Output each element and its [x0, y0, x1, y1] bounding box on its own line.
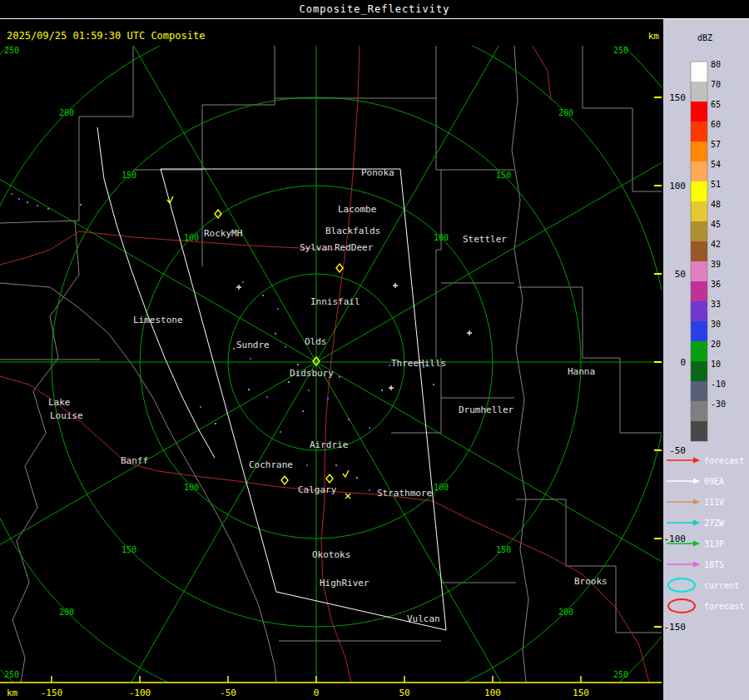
radar-echo: [200, 406, 201, 408]
radar-display: 2025/09/25 01:59:30 UTC Composite km dBZ…: [0, 0, 749, 700]
range-ring-label: 100: [184, 483, 199, 492]
y-axis-tick-label: -50: [669, 445, 686, 456]
radar-echo: [266, 396, 268, 398]
radar-echo: [11, 193, 12, 195]
storm-marker-check-icon: [343, 470, 349, 477]
colorbar-segment: [691, 301, 707, 321]
city-label: Sylvan: [300, 242, 333, 253]
radar-echo: [339, 376, 340, 378]
city-label: Brooks: [574, 576, 608, 587]
colorbar-segment: [691, 62, 707, 82]
city-label: Sundre: [236, 340, 270, 350]
colorbar-value: 42: [711, 240, 721, 249]
window-title: Composite_Reflectivity: [300, 3, 450, 15]
x-axis-tick-label: -50: [220, 688, 236, 698]
point-marker-plus-icon: [467, 330, 472, 335]
y-axis-tick-label: 50: [675, 269, 686, 280]
colorbar-segment: [691, 421, 707, 441]
colorbar-value: 51: [711, 180, 721, 189]
point-marker-plus-icon: [393, 283, 398, 288]
range-spoke: [75, 0, 316, 362]
colorbar-segment: [691, 122, 707, 141]
city-label: Airdrie: [310, 439, 348, 450]
radar-echo: [248, 389, 250, 390]
radar-echo: [27, 201, 28, 203]
colorbar-segment: [691, 381, 707, 401]
radar-echo: [327, 398, 329, 400]
legend-label: current: [704, 581, 739, 590]
range-ring-label: 150: [122, 545, 136, 554]
city-label: RedDeer: [335, 242, 374, 253]
legend-label: 31JP: [704, 539, 724, 549]
radar-echo: [215, 423, 216, 424]
range-ring-label: 150: [496, 171, 511, 180]
city-label: Innisfail: [310, 296, 360, 307]
colorbar-title: dBZ: [697, 33, 712, 42]
range-spoke: [0, 362, 316, 603]
city-label: Okotoks: [312, 549, 350, 560]
city-label: ThreeHills: [391, 358, 446, 369]
radar-echo: [277, 308, 279, 310]
y-axis-unit-label: km: [648, 31, 660, 42]
x-axis-tick-label: 100: [484, 688, 501, 698]
radar-domain-boundary: [97, 127, 446, 630]
radar-echo: [348, 419, 350, 420]
radar-echo: [433, 384, 434, 385]
legend-label: 27ZW: [704, 519, 725, 528]
range-ring-label: 200: [558, 608, 573, 617]
city-label: Didsbury: [290, 368, 334, 379]
colorbar-segment: [691, 201, 707, 221]
radar-echo: [37, 205, 38, 206]
legend-label: forecast: [704, 602, 744, 611]
city-label: Lacombe: [338, 204, 376, 215]
storm-marker-diamond-icon: [326, 474, 333, 483]
colorbar-segment: [691, 401, 707, 421]
colorbar-value: 30: [711, 320, 721, 329]
city-label: HighRiver: [320, 578, 370, 588]
colorbar-segment: [691, 181, 707, 201]
radar-echo: [288, 381, 290, 383]
radar-echo: [18, 198, 20, 200]
colorbar-value: -30: [711, 400, 726, 409]
radar-echo: [250, 358, 251, 360]
colorbar-value: 20: [711, 340, 721, 349]
range-ring-label: 250: [613, 46, 628, 55]
radar-application: { "title_bar": { "title": "Composite_Ref…: [0, 0, 749, 700]
storm-marker-diamond-icon: [336, 264, 343, 272]
x-axis-tick-label: -100: [129, 688, 151, 698]
x-axis-tick-label: -150: [41, 688, 63, 698]
colorbar-segment: [691, 221, 707, 241]
city-label: Calgary: [298, 484, 337, 495]
colorbar-value: 60: [711, 120, 721, 129]
y-axis-tick-label: -100: [664, 534, 687, 544]
title-bar: Composite_Reflectivity: [0, 0, 749, 19]
city-label: Olds: [305, 336, 327, 347]
range-spoke: [0, 121, 316, 362]
range-ring-label: 150: [496, 545, 511, 554]
radar-echo: [262, 295, 264, 296]
radar-echo: [308, 390, 310, 391]
colorbar-value: 36: [711, 280, 721, 289]
colorbar-value: 65: [711, 100, 721, 109]
city-label: Ponoka: [361, 167, 394, 178]
colorbar-segment: [691, 361, 707, 381]
colorbar-value: 80: [711, 60, 721, 69]
y-axis-tick-label: 0: [680, 357, 686, 368]
y-axis-tick-label: -150: [664, 622, 687, 633]
radar-echo: [306, 464, 308, 466]
colorbar-value: 39: [711, 260, 721, 269]
city-label: Strathmore: [377, 488, 432, 499]
range-ring-label: 250: [4, 46, 19, 55]
range-rings: [0, 0, 749, 700]
colorbar-segment: [691, 161, 707, 181]
radar-echo: [381, 390, 383, 391]
point-marker-plus-icon: [389, 385, 394, 390]
y-axis-tick-label: 150: [669, 92, 686, 103]
range-ring-label: 150: [122, 171, 136, 180]
city-label: Vulcan: [407, 613, 440, 624]
radar-echo: [297, 364, 299, 365]
y-axis-tick-label: 100: [669, 181, 686, 191]
radar-echo: [275, 333, 276, 335]
colorbar-value: 33: [711, 300, 721, 309]
x-axis-tick-label: 0: [314, 688, 320, 698]
